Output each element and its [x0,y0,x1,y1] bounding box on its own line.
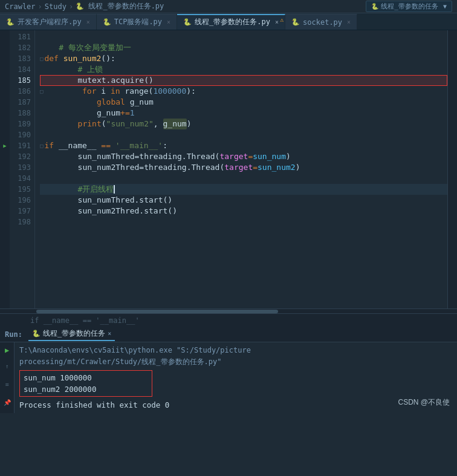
breadcrumb-file-icon: 🐍 [76,2,84,10]
eq2-193: = [253,162,258,173]
tab-1[interactable]: 🐍 开发客户端程序.py × [0,14,97,30]
gutter-6 [1,86,9,97]
tab-4-label: socket.py [303,18,342,27]
code-line-182: # 每次全局变量加一 [40,42,447,53]
code-line-192: sun_numThred=threading.Thread(target=sun… [40,151,447,162]
gutter-17 [1,206,9,217]
comment-182: # 每次全局变量加一 [40,42,131,53]
right-tabs: 🐍 线程_带参数的任务 ▼ [366,1,452,12]
gutter-11-play: ▶ [1,140,9,151]
code-line-194 [40,173,447,184]
scrollbar-area[interactable] [0,308,457,313]
run-tab-item[interactable]: 🐍 线程_带参数的任务 × [28,327,115,341]
gutter-4 [1,64,9,75]
tab-1-close[interactable]: × [86,19,90,25]
range-close-186: ): [186,86,196,97]
watermark: CSDN @不良使 [398,397,450,408]
run-panel: Run: 🐍 线程_带参数的任务 × ▶ ↑ ≡ 📌 T:\Anaconda\e… [0,327,457,413]
colon-191: : [163,140,167,151]
ln-191: 191 [10,140,31,151]
pluseq-188: += [120,108,130,119]
run-tab-close[interactable]: × [108,330,111,337]
run-play-icon[interactable]: ▶ [2,345,13,356]
sunnum2-193: sun_num2 [258,162,296,173]
code-line-183: □ def sun_num2(): [40,53,447,64]
ln-182: 182 [10,42,31,53]
tab-4-close[interactable]: × [347,19,351,25]
code-line-195: #开启线程 [40,184,447,195]
breadcrumb-crawler[interactable]: Crawler [5,2,36,11]
gutter-12 [1,151,9,162]
gutter-3 [1,53,9,64]
thread1-192: sun_numThred=threading.Thread( [40,151,219,162]
run-task-icon: 🐍 [32,330,41,337]
cp-192: ) [286,151,291,162]
output-line-2: sun_num2 2000000 [24,383,148,395]
output-box-wrapper: sun_num 1000000 sun_num2 2000000 [19,370,152,397]
gutter-5 [1,75,9,86]
right-tab-task[interactable]: 🐍 线程_带参数的任务 ▼ [366,1,452,12]
tab-3[interactable]: 🐍 线程_带参数的任务.py × ⚠ [177,14,285,30]
run-rerun-icon[interactable]: ≡ [2,379,13,390]
code-line-188: g_num+=1 [40,108,447,119]
fn-sun-num2: sun_num2 [63,53,102,64]
tab-2-close[interactable]: × [167,19,170,25]
tab-3-label: 线程_带参数的任务.py [195,17,270,27]
run-stop-icon[interactable]: ↑ [2,360,13,371]
ln-189: 189 [10,119,31,129]
num-186: 1000000 [153,86,186,97]
run-output: T:\Anaconda\envs\cv5aiit\python.exe "S:/… [15,342,457,413]
tab-3-close[interactable]: × [275,19,279,25]
mutext-acquire: mutext.acquire() [40,75,154,86]
tab-bar: 🐍 开发客户端程序.py × 🐍 TCP服务端.py × 🐍 线程_带参数的任务… [0,13,457,30]
gnum-assign-188: g_num [40,108,120,119]
bottom-code-bar: if __name__ == '__main__' [0,313,457,327]
gutter-8 [1,108,9,119]
gutter-16 [1,195,9,206]
code-line-196: sun_numThred.start() [40,195,447,206]
breadcrumb-sep2: › [69,2,73,11]
ln-198: 198 [10,217,31,227]
scrollbar-thumb[interactable] [36,310,278,313]
ln-196: 196 [10,195,31,206]
run-left-bar: ▶ ↑ ≡ 📌 [0,342,15,413]
start2-197: sun_num2Thred.start() [40,206,177,217]
ln-197: 197 [10,206,31,217]
gnum-hl-189: g_num [163,119,187,129]
close-paren-189: ) [187,119,192,129]
eq-191: == [101,140,115,151]
line-numbers: 181 182 183 184 185 186 187 188 189 190 … [10,30,35,308]
breadcrumb-sep1: › [38,2,42,11]
ln-185: 185 [10,75,31,86]
text-cursor [114,185,115,194]
output-box: sun_num 1000000 sun_num2 2000000 [19,370,152,397]
code-line-181 [40,31,447,42]
comma-189: , [154,119,163,129]
kw-global-187: global [40,97,130,108]
tab-2-icon: 🐍 [103,18,111,26]
code-line-197: sun_num2Thred.start() [40,206,447,217]
kw-in-186: in [111,86,125,97]
print-paren-189: ( [102,119,106,129]
code-content[interactable]: # 每次全局变量加一 □ def sun_num2(): # 上锁 mutext… [35,30,447,308]
breadcrumb-file: 🐍 线程_带参数的任务.py [76,1,164,11]
kw-for-186: for [44,86,101,97]
dunder-name-191: __name__ [59,140,101,151]
tab-2[interactable]: 🐍 TCP服务端.py × [97,14,177,30]
start1-196: sun_numThred.start() [40,195,172,206]
tab-4[interactable]: 🐍 socket.py × [285,14,357,30]
ln-195: 195 [10,184,31,195]
warning-icon: ⚠ [280,16,284,23]
tab-3-icon: 🐍 [183,18,192,26]
tab-4-icon: 🐍 [291,18,300,26]
paren-183: (): [101,53,115,64]
run-content: ▶ ↑ ≡ 📌 T:\Anaconda\envs\cv5aiit\python.… [0,342,457,413]
str-main-191: '__main__' [115,140,163,151]
run-pin-icon[interactable]: 📌 [2,397,13,408]
ln-183: 183 [10,53,31,64]
gutter-1 [1,31,9,42]
breadcrumb-study[interactable]: Study [45,2,66,11]
process-line: Process finished with exit code 0 [19,399,452,411]
code-line-187: global g_num [40,97,447,108]
output-line-1: sun_num 1000000 [24,372,148,383]
